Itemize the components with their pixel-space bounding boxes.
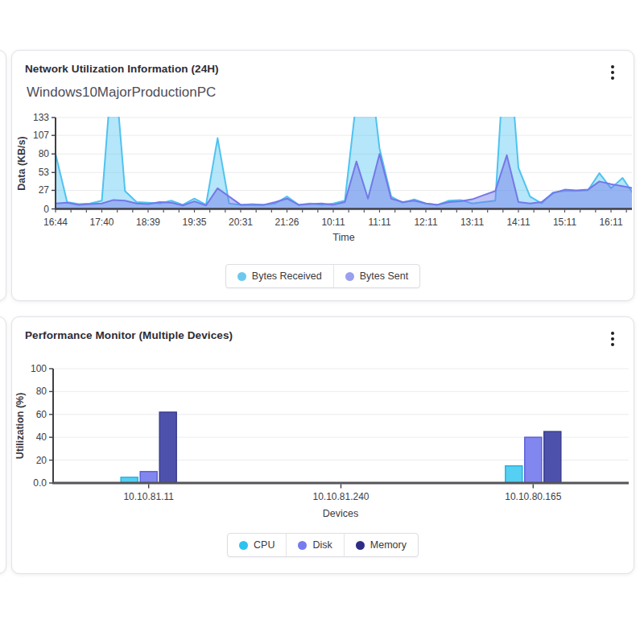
- device-name: Windows10MajorProductionPC: [27, 85, 216, 101]
- y-axis-tick-label: 40: [36, 431, 47, 443]
- x-axis-name: Devices: [323, 508, 358, 519]
- legend-color-dot-disk: [298, 541, 307, 550]
- y-axis-tick-label: 20: [36, 455, 47, 466]
- performance-chart-legend: CPUDiskMemory: [12, 533, 634, 557]
- dashboard-page: { "cards": [ { "title": "Network Utiliza…: [0, 0, 644, 644]
- y-axis-tick-label: 80: [36, 386, 47, 397]
- x-axis-tick-label: 10.10.81.240: [312, 491, 369, 502]
- y-axis-tick-label: 100: [31, 363, 47, 374]
- kebab-menu-icon[interactable]: [605, 61, 621, 84]
- kebab-menu-icon[interactable]: [605, 328, 621, 350]
- performance-monitor-card: 0.02040608010010.10.81.1110.10.81.24010.…: [11, 316, 634, 574]
- y-axis-name: Utilization (%): [14, 393, 26, 460]
- legend-label: CPU: [254, 539, 275, 551]
- legend-item-cpu[interactable]: CPU: [228, 534, 287, 556]
- x-axis-tick-label: 14:11: [506, 217, 530, 228]
- bar-cpu-10.10.80.165[interactable]: [506, 466, 522, 483]
- y-axis-tick-label: 27: [39, 184, 50, 196]
- legend-label: Bytes Received: [252, 270, 322, 282]
- x-axis-tick-label: 20:31: [229, 217, 253, 228]
- y-axis-tick-label: 107: [33, 130, 49, 141]
- bar-disk-10.10.80.165[interactable]: [525, 437, 542, 483]
- x-axis-tick-label: 16:44: [43, 217, 68, 228]
- legend-item-bytes-received[interactable]: Bytes Received: [226, 265, 334, 287]
- x-axis-tick-label: 15:11: [553, 217, 576, 228]
- y-axis-tick-label: 133: [33, 112, 49, 123]
- x-axis-tick-label: 18:39: [136, 217, 160, 228]
- legend-label: Memory: [370, 539, 407, 551]
- legend-label: Bytes Sent: [360, 270, 408, 282]
- legend-color-dot-cpu: [239, 541, 248, 550]
- legend-item-bytes-sent[interactable]: Bytes Sent: [334, 265, 419, 287]
- area-fill-bytes-received[interactable]: [56, 17, 634, 209]
- x-axis-tick-label: 10.10.81.11: [123, 491, 174, 502]
- bar-memory-10.10.81.11[interactable]: [159, 412, 176, 483]
- card-title: Network Utilization Information (24H): [25, 63, 219, 75]
- y-axis-tick-label: 53: [39, 167, 50, 178]
- x-axis-tick-label: 10.10.80.165: [505, 491, 561, 502]
- legend-label: Disk: [312, 539, 332, 551]
- area-series-group: [56, 17, 634, 209]
- y-axis-tick-label: 60: [36, 409, 47, 420]
- adjacent-card-edge-bottom: [0, 316, 6, 574]
- x-axis-tick-label: 12:11: [414, 217, 437, 228]
- card-title: Performance Monitor (Multiple Devices): [25, 329, 233, 341]
- y-axis-tick-label: 0.0: [33, 477, 47, 489]
- x-axis-tick-label: 21:26: [275, 217, 299, 228]
- y-axis-tick-label: 0: [43, 204, 49, 215]
- x-axis-tick-label: 10:11: [321, 217, 345, 228]
- x-axis-tick-label: 13:11: [460, 217, 484, 228]
- performance-monitor-chart[interactable]: 0.02040608010010.10.81.1110.10.81.24010.…: [12, 317, 634, 528]
- legend-box: Bytes ReceivedBytes Sent: [225, 264, 420, 288]
- legend-color-dot-bytes-received: [237, 272, 246, 281]
- x-axis-tick-label: 19:35: [182, 217, 206, 228]
- network-utilization-card: 027538010713316:4417:4018:3919:3520:3121…: [11, 50, 634, 301]
- legend-item-memory[interactable]: Memory: [345, 534, 418, 556]
- y-axis-name: Data (KB/s): [16, 136, 27, 190]
- legend-item-disk[interactable]: Disk: [287, 534, 344, 556]
- x-axis-tick-label: 17:40: [89, 217, 114, 228]
- adjacent-card-edge-top: [0, 50, 6, 301]
- bar-disk-10.10.81.11[interactable]: [140, 472, 157, 483]
- legend-color-dot-memory: [356, 541, 365, 550]
- x-axis-tick-label: 11:11: [368, 217, 391, 228]
- y-axis-tick-label: 80: [39, 148, 50, 159]
- legend-box: CPUDiskMemory: [227, 533, 419, 557]
- area-line-bytes-received[interactable]: [56, 17, 634, 205]
- legend-color-dot-bytes-sent: [345, 272, 354, 281]
- bar-memory-10.10.80.165[interactable]: [544, 431, 561, 483]
- network-chart-legend: Bytes ReceivedBytes Sent: [12, 264, 634, 288]
- x-axis-tick-label: 16:11: [599, 217, 622, 228]
- x-axis-name: Time: [332, 232, 354, 243]
- network-utilization-chart[interactable]: 027538010713316:4417:4018:3919:3520:3121…: [12, 51, 634, 254]
